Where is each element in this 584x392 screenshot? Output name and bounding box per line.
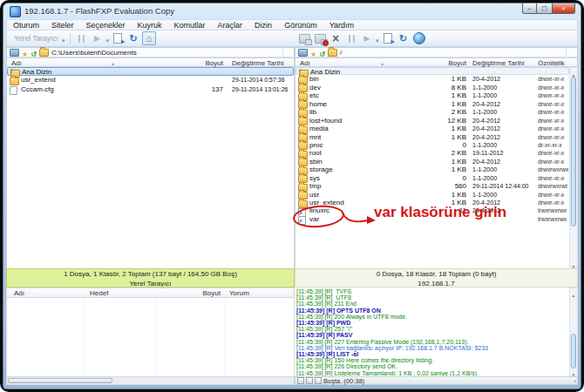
scroll-down-icon[interactable] xyxy=(570,368,577,375)
start-transfer-button[interactable] xyxy=(91,31,105,45)
computer-icon[interactable] xyxy=(10,49,19,57)
menu-item[interactable]: Görünüm xyxy=(278,21,323,30)
file-date: 1-1-2000 xyxy=(472,108,497,116)
transfer-dropdown-icon[interactable] xyxy=(106,30,110,46)
file-list-row[interactable]: usr1 KB1-1-2000drwxr-xr-x xyxy=(295,191,569,199)
column-header-attr[interactable]: Öznitelik xyxy=(538,59,565,67)
file-list-row[interactable]: dev8 KB1-1-2000drwxr-xr-x xyxy=(295,84,569,91)
home-button[interactable] xyxy=(142,31,156,45)
file-list-row[interactable]: bin1 KB20-4-2012drwxr-xr-x xyxy=(295,75,569,83)
disconnect-button[interactable] xyxy=(313,31,327,45)
file-permissions: drwxr-xr-x xyxy=(538,84,564,91)
column-header-date[interactable]: Değiştirme Tarihi xyxy=(472,59,524,67)
menu-item[interactable]: Dizin xyxy=(248,21,278,30)
remote-queue-button[interactable] xyxy=(381,31,395,45)
remote-status-counts: 0 Dosya, 18 Klasör, 18 Toplam (0 bayt) xyxy=(295,269,577,279)
column-header-date[interactable]: Değiştirme Tarihi xyxy=(232,59,283,67)
app-icon xyxy=(10,6,21,17)
file-list-row[interactable]: usr_extend29-11-2014 0:57:36 xyxy=(7,76,294,84)
browser-select[interactable]: Yerel Tarayıcı xyxy=(10,34,60,43)
file-list-row[interactable]: mnt1 KB20-4-2012drwxr-xr-x xyxy=(295,133,569,141)
local-file-list: Ana Dizinusr_extend29-11-2014 0:57:36Ccc… xyxy=(6,67,295,268)
file-list-row[interactable]: root2 KB19-11-2012drwxr-xr-x xyxy=(295,149,569,157)
menu-item[interactable]: Komutlar xyxy=(168,21,212,30)
menu-item[interactable]: Yardım xyxy=(323,21,360,30)
queue-header-name[interactable]: Adı xyxy=(14,289,24,297)
maximize-button[interactable]: ▢ xyxy=(537,3,552,14)
queue-horizontal-scrollbar[interactable] xyxy=(6,376,295,385)
menu-item[interactable]: Araçlar xyxy=(212,21,249,30)
queue-column-headers: Adı Hedef Boyut Yorum xyxy=(6,287,295,298)
file-date: 20-4-2012 xyxy=(472,158,500,166)
file-list-row[interactable]: etc1 KB1-1-2000drwxr-xr-x xyxy=(295,91,569,99)
minimize-button[interactable]: – xyxy=(522,3,537,14)
local-path-text[interactable]: C:\Users\bulent\Documents xyxy=(51,49,137,57)
chevron-down-icon[interactable] xyxy=(62,30,65,46)
scrollbar-thumb[interactable] xyxy=(8,378,112,383)
remote-start-button[interactable] xyxy=(360,31,374,45)
scroll-down-icon[interactable] xyxy=(570,260,577,267)
scroll-up-icon[interactable] xyxy=(570,288,577,296)
browse-web-button[interactable] xyxy=(412,31,426,45)
file-list-row[interactable]: storage1 KB1-1-2000drwxrwxrwx xyxy=(295,166,569,173)
abort-button[interactable] xyxy=(329,31,343,45)
file-list-row[interactable]: Cccam.cfg13729-11-2014 13:01:26 xyxy=(7,85,294,94)
queue-header-target[interactable]: Hedef xyxy=(90,289,108,297)
column-header-name[interactable]: Adı xyxy=(300,59,310,67)
queue-files-button[interactable] xyxy=(111,31,125,45)
menu-item[interactable]: Oturum xyxy=(7,21,45,30)
pause-button[interactable] xyxy=(75,31,89,45)
remote-refresh-button[interactable] xyxy=(397,31,411,45)
column-header-name[interactable]: Adı xyxy=(11,59,22,67)
path-dropdown[interactable] xyxy=(566,49,576,57)
remote-status-host: 192.168.1.7 xyxy=(295,279,577,287)
file-size: 1 KB xyxy=(424,100,466,108)
column-header-size[interactable]: Boyut xyxy=(181,59,223,67)
scroll-up-icon[interactable] xyxy=(570,68,577,76)
file-name: usr_extend xyxy=(21,76,56,84)
file-list-row[interactable]: tmp56029-11-2014 12:44:00drwxrwxrwt xyxy=(295,182,569,190)
menu-item[interactable]: Seçenekler xyxy=(80,21,132,30)
scroll-right-icon[interactable] xyxy=(574,377,576,385)
path-dropdown[interactable] xyxy=(282,49,293,57)
connect-button[interactable] xyxy=(297,31,311,45)
refresh-button[interactable] xyxy=(126,31,140,45)
local-status-title: Yerel Tarayıcı xyxy=(7,279,294,287)
globe-icon xyxy=(413,32,425,44)
file-permissions: drwxr-xr-x xyxy=(538,158,564,166)
file-list-row[interactable]: home1 KB20-4-2012drwxr-xr-x xyxy=(295,100,569,108)
menu-item[interactable]: Siteler xyxy=(45,21,80,30)
remote-pause-button[interactable] xyxy=(344,31,358,45)
menu-item[interactable]: Kuyruk xyxy=(132,21,168,30)
close-button[interactable]: × xyxy=(552,3,575,14)
folder-icon xyxy=(328,49,337,57)
remote-status-bar: 0 Dosya, 18 Klasör, 18 Toplam (0 bayt) 1… xyxy=(295,268,578,287)
queue-header-size[interactable]: Boyut xyxy=(181,289,221,297)
file-list-row[interactable]: sys01-1-2000drwxr-xr-x xyxy=(295,174,569,182)
bottom-status-bar: Boşta. (00:38) xyxy=(295,376,578,385)
remote-list-scrollbar[interactable] xyxy=(569,67,578,268)
parent-dir-row[interactable]: Ana Dizin xyxy=(7,67,294,76)
file-date: 1-1-2000 xyxy=(472,141,497,149)
file-list-row[interactable]: sbin1 KB20-4-2012drwxr-xr-x xyxy=(295,158,569,166)
queue-header-comment[interactable]: Yorum xyxy=(229,289,249,297)
local-status-counts: 1 Dosya, 1 Klasör, 2 Toplam (137 bayt / … xyxy=(7,269,294,279)
parent-dir-row[interactable]: Ana Dizin xyxy=(295,67,569,75)
file-list-row[interactable]: media1 KB20-4-2012drwxr-xr-x xyxy=(295,125,569,132)
file-date: 20-4-2012 xyxy=(472,133,500,141)
column-header-size[interactable]: Boyut xyxy=(424,59,466,67)
log-scrollbar[interactable] xyxy=(569,287,578,376)
file-list-row[interactable]: proc01-1-2000dr-xr-xr-x xyxy=(295,141,569,149)
remote-transfer-dropdown-icon[interactable] xyxy=(376,30,379,46)
ftp-log: [11:45:39] [R] TVFS[11:45:39] [R] UTF8[1… xyxy=(295,287,569,376)
log-line: [11:45:39] [R] LIST -al xyxy=(296,351,569,357)
computer-icon[interactable] xyxy=(298,49,308,57)
file-list-row[interactable]: lib2 KB1-1-2000drwxr-xr-x xyxy=(295,108,569,116)
file-list-row[interactable]: lost+found12 KB20-4-2012drwxr-xr-x xyxy=(295,117,569,125)
local-status-bar: 1 Dosya, 1 Klasör, 2 Toplam (137 bayt / … xyxy=(6,268,295,287)
scrollbar-thumb[interactable] xyxy=(571,77,576,226)
file-size: 0 xyxy=(424,174,466,182)
file-permissions: lrwxrwxrwx xyxy=(538,215,567,223)
remote-path-text[interactable]: / xyxy=(340,49,342,57)
scrollbar-thumb[interactable] xyxy=(571,334,576,368)
